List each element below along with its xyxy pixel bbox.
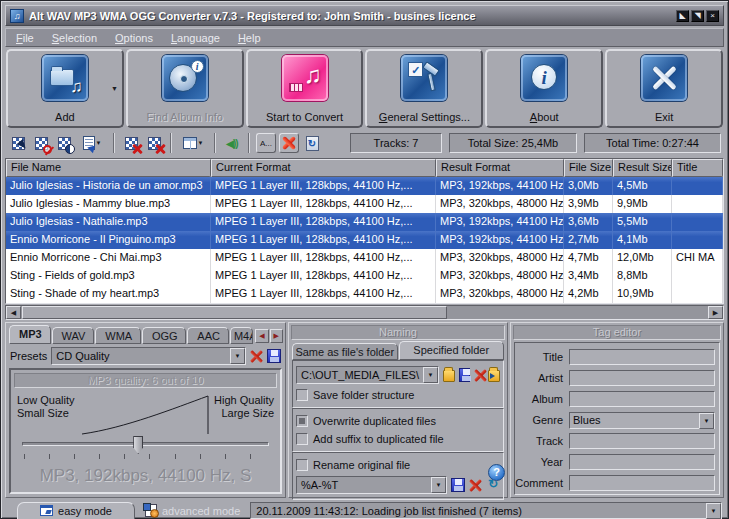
minimize-icon[interactable]: ◣ <box>676 10 689 22</box>
col-current-format[interactable]: Current Format <box>211 159 436 177</box>
col-title[interactable]: Title <box>672 159 723 177</box>
scrollbar-thumb[interactable] <box>22 306 447 319</box>
tabs-scroll-right-icon[interactable]: ▶ <box>270 329 283 343</box>
rename-button[interactable]: A... <box>256 133 276 153</box>
year-field[interactable] <box>569 454 715 470</box>
cell-result-size: 4,1Mb <box>613 231 672 249</box>
overwrite-duplicated-label: Overwrite duplicated files <box>313 415 436 427</box>
overwrite-duplicated-checkbox[interactable]: Overwrite duplicated files <box>296 412 500 430</box>
table-row[interactable]: Sting - Shade of my heart.mp3 MPEG 1 Lay… <box>6 285 723 303</box>
select-all-button[interactable] <box>8 133 28 153</box>
artist-field[interactable] <box>569 370 715 386</box>
table-row[interactable]: Ennio Morricone - Chi Mai.mp3 MPEG 1 Lay… <box>6 249 723 267</box>
view-columns-button[interactable]: ▼ <box>178 133 208 153</box>
invert-selection-button[interactable] <box>54 133 74 153</box>
output-path-combo[interactable]: C:\OUT_MEDIA_FILES\ ▼ <box>296 366 439 384</box>
tab-wav[interactable]: WAV <box>52 327 95 344</box>
col-file-name[interactable]: File Name <box>6 159 211 177</box>
tabs-scroll-left-icon[interactable]: ◀ <box>255 329 268 343</box>
menu-language[interactable]: Language <box>171 32 220 44</box>
browse-folder-icon[interactable] <box>488 370 500 382</box>
toolbar-separator <box>113 133 115 153</box>
checkbox-icon[interactable] <box>296 415 308 427</box>
add-dropdown-icon[interactable]: ▼ <box>111 85 118 92</box>
about-button[interactable]: i About <box>485 49 603 128</box>
find-album-info-button[interactable]: i Find Album Info <box>126 49 244 128</box>
general-settings-button[interactable]: ✓ General Settings... <box>365 49 483 128</box>
exit-button[interactable]: Exit <box>605 49 723 128</box>
album-field[interactable] <box>569 391 715 407</box>
tab-m4a[interactable]: M4A <box>230 327 253 344</box>
quality-slider[interactable] <box>22 442 269 446</box>
col-file-size[interactable]: File Size <box>564 159 613 177</box>
checkbox-icon[interactable] <box>296 459 308 471</box>
remove-all-button[interactable] <box>144 133 164 153</box>
col-result-size[interactable]: Result Size <box>613 159 672 177</box>
checkbox-icon[interactable] <box>296 389 308 401</box>
tab-ogg[interactable]: OGG <box>142 327 186 344</box>
deselect-all-button[interactable] <box>31 133 51 153</box>
menu-selection[interactable]: Selection <box>52 32 97 44</box>
view-columns-dropdown-icon[interactable]: ▼ <box>198 140 204 146</box>
table-row[interactable]: Julio Iglesias - Nathalie.mp3 MPEG 1 Lay… <box>6 213 723 231</box>
checkbox-icon[interactable] <box>296 433 308 445</box>
horizontal-scrollbar[interactable]: ◀ ▶ <box>5 305 724 320</box>
save-path-icon[interactable] <box>459 368 470 382</box>
job-list-button[interactable]: ▼ <box>77 133 107 153</box>
tab-mp3[interactable]: MP3 <box>9 325 51 344</box>
chevron-down-icon[interactable]: ▼ <box>423 367 438 383</box>
table-row[interactable]: Ennio Morricone - Il Pinguino.mp3 MPEG 1… <box>6 231 723 249</box>
delete-mask-icon[interactable] <box>469 479 482 492</box>
help-button[interactable]: ? <box>488 464 505 481</box>
save-mask-icon[interactable] <box>451 478 465 492</box>
clear-list-button[interactable]: ↻ <box>302 133 322 153</box>
menu-options[interactable]: Options <box>115 32 153 44</box>
tab-specified-folder[interactable]: Specified folder <box>399 341 505 360</box>
delete-path-icon[interactable] <box>474 369 484 382</box>
status-history-icon[interactable]: ▼ <box>706 503 721 519</box>
quality-slider-thumb[interactable] <box>133 436 143 454</box>
convert-note-icon: ♫ <box>282 55 328 101</box>
close-icon[interactable]: × <box>706 10 719 22</box>
maximize-icon[interactable]: ◥ <box>691 10 704 22</box>
table-row[interactable]: Julio Iglesias - Historia de un amor.mp3… <box>6 177 723 195</box>
track-field[interactable] <box>569 433 715 449</box>
advanced-mode-button[interactable]: advanced mode <box>145 504 240 517</box>
table-row[interactable]: Julio Iglesias - Mammy blue.mp3 MPEG 1 L… <box>6 195 723 213</box>
start-convert-button[interactable]: ♫ Start to Convert <box>246 49 364 128</box>
menu-file[interactable]: File <box>16 32 34 44</box>
save-folder-structure-label: Save folder structure <box>313 389 415 401</box>
cell-file-name: Ennio Morricone - Chi Mai.mp3 <box>6 249 211 267</box>
open-folder-icon[interactable] <box>443 370 455 382</box>
tab-same-folder[interactable]: Same as file's folder <box>292 343 398 360</box>
scroll-right-icon[interactable]: ▶ <box>708 306 723 319</box>
title-field[interactable] <box>569 349 715 365</box>
add-suffix-checkbox[interactable]: Add suffix to duplicated file <box>296 430 500 448</box>
save-folder-structure-checkbox[interactable]: Save folder structure <box>296 386 500 404</box>
chevron-down-icon[interactable]: ▼ <box>431 477 446 493</box>
genre-combo[interactable]: Blues ▼ <box>569 412 715 429</box>
col-result-format[interactable]: Result Format <box>436 159 564 177</box>
presets-combo[interactable]: CD Quality ▼ <box>51 347 246 365</box>
easy-mode-button[interactable]: easy mode <box>17 502 135 519</box>
delete-preset-icon[interactable] <box>250 350 263 363</box>
preview-button[interactable]: ◀)) <box>222 133 242 153</box>
remove-selected-button[interactable] <box>121 133 141 153</box>
scroll-left-icon[interactable]: ◀ <box>6 306 21 319</box>
cancel-button[interactable] <box>279 133 299 153</box>
add-button[interactable]: ♫ ▼ Add <box>6 49 124 128</box>
chevron-down-icon[interactable]: ▼ <box>230 348 245 364</box>
title-bar[interactable]: ♫ Alt WAV MP3 WMA OGG Converter v.7.3 - … <box>5 5 724 26</box>
table-row[interactable]: Sting - Fields of gold.mp3 MPEG 1 Layer … <box>6 267 723 285</box>
rename-original-checkbox[interactable]: Rename original file <box>296 456 500 474</box>
comment-field[interactable] <box>569 475 715 491</box>
menu-help[interactable]: Help <box>238 32 261 44</box>
presets-value: CD Quality <box>52 350 230 362</box>
tab-wma[interactable]: WMA <box>95 327 141 344</box>
output-folder-group: C:\OUT_MEDIA_FILES\ ▼ Save folder struct… <box>292 360 504 408</box>
chevron-down-icon[interactable]: ▼ <box>699 413 714 429</box>
cell-result-size: 8,8Mb <box>613 267 672 285</box>
rename-mask-combo[interactable]: %A-%T ▼ <box>296 476 447 494</box>
save-preset-icon[interactable] <box>267 349 281 363</box>
tab-aac[interactable]: AAC <box>187 327 229 344</box>
